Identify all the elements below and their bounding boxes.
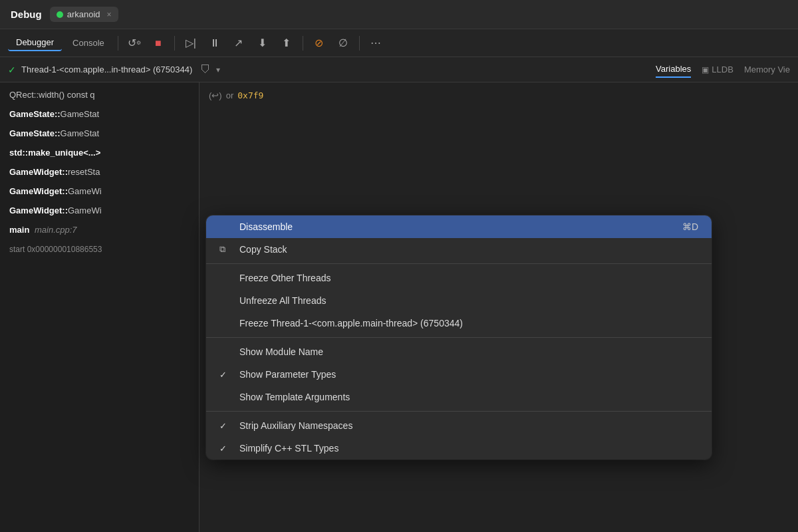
menu-item-freeze-others[interactable]: Freeze Other Threads — [206, 267, 712, 289]
tab-debugger[interactable]: Debugger — [8, 35, 62, 51]
stop-button[interactable]: ■ — [148, 33, 169, 54]
menu-shortcut-disassemble: ⌘D — [682, 221, 698, 232]
menu-item-show-params[interactable]: ✓ Show Parameter Types — [206, 363, 712, 386]
menu-check-params: ✓ — [219, 370, 231, 380]
menu-label-simplify-stl: Simplify C++ STL Types — [239, 443, 338, 454]
thread-check-icon: ✓ — [8, 65, 16, 75]
thread-filter-icon[interactable]: ⛉ — [200, 64, 211, 76]
toolbar-separator-2 — [174, 36, 175, 51]
more-button[interactable]: ⋯ — [365, 33, 386, 54]
toolbar: Debugger Console ↺⚙ ■ ▷| ⏸ ↗ ⬇ ⬆ ⊘ ∅ ⋯ — [0, 29, 798, 57]
tab-memory-view[interactable]: Memory Vie — [744, 65, 790, 74]
step-over-instruction[interactable]: ⬆ — [276, 33, 297, 54]
menu-item-strip-aux[interactable]: ✓ Strip Auxiliary Namespaces — [206, 414, 712, 437]
menu-item-unfreeze-all[interactable]: Unfreeze All Threads — [206, 289, 712, 312]
menu-label-freeze-thread: Freeze Thread-1-<com.apple.main-thread> … — [239, 318, 463, 329]
menu-check-simplify-stl: ✓ — [219, 444, 231, 454]
lldb-label: LLDB — [712, 65, 733, 74]
menu-label-show-params: Show Parameter Types — [239, 369, 336, 380]
menu-label-show-module: Show Module Name — [239, 346, 323, 357]
thread-name-label: Thread-1-<com.apple...in-thread> (675034… — [21, 65, 192, 74]
tab-close-button[interactable]: × — [107, 10, 112, 19]
debug-label: Debug — [11, 9, 42, 20]
reload-button[interactable]: ↺⚙ — [124, 33, 145, 54]
menu-divider-1 — [206, 263, 712, 264]
pause-button[interactable]: ⏸ — [204, 33, 225, 54]
context-menu: Disassemble ⌘D ⧉ Copy Stack Freeze Other… — [206, 215, 712, 460]
step-out-button[interactable]: ⬇ — [252, 33, 273, 54]
main-area: QRect::width() const q GameState::GameSt… — [0, 82, 798, 532]
clear-button[interactable]: ∅ — [332, 33, 354, 54]
menu-divider-2 — [206, 337, 712, 338]
menu-label-show-template: Show Template Arguments — [239, 392, 350, 402]
menu-label-disassemble: Disassemble — [239, 221, 293, 232]
menu-label-copy-stack: Copy Stack — [239, 244, 287, 255]
lldb-icon: ▣ — [702, 65, 709, 74]
menu-label-strip-aux: Strip Auxiliary Namespaces — [239, 420, 352, 431]
menu-item-copy-stack[interactable]: ⧉ Copy Stack — [206, 238, 712, 261]
toolbar-separator-4 — [359, 36, 360, 51]
tab-console[interactable]: Console — [65, 35, 112, 51]
menu-item-show-module[interactable]: Show Module Name — [206, 340, 712, 363]
menu-check-strip-aux: ✓ — [219, 421, 231, 431]
menu-item-freeze-thread[interactable]: Freeze Thread-1-<com.apple.main-thread> … — [206, 312, 712, 334]
breakpoint-button[interactable]: ⊘ — [309, 33, 330, 54]
tab-lldb[interactable]: ▣ LLDB — [702, 65, 733, 74]
thread-bar: ✓ Thread-1-<com.apple...in-thread> (6750… — [0, 57, 798, 82]
menu-label-freeze-others: Freeze Other Threads — [239, 273, 331, 283]
tab-name: arkanoid — [67, 9, 100, 19]
step-over-button[interactable]: ▷| — [180, 33, 201, 54]
thread-chevron-icon[interactable]: ▾ — [216, 65, 220, 74]
panel-tabs: Variables ▣ LLDB Memory Vie — [656, 61, 790, 78]
tab-dot — [57, 11, 63, 18]
menu-item-show-template[interactable]: Show Template Arguments — [206, 386, 712, 408]
copy-stack-icon: ⧉ — [219, 244, 231, 255]
step-into-button[interactable]: ↗ — [228, 33, 249, 54]
menu-item-simplify-stl[interactable]: ✓ Simplify C++ STL Types — [206, 437, 712, 460]
menu-label-unfreeze-all: Unfreeze All Threads — [239, 295, 326, 306]
arkanoid-tab[interactable]: arkanoid × — [50, 7, 118, 22]
context-menu-overlay[interactable]: Disassemble ⌘D ⧉ Copy Stack Freeze Other… — [0, 82, 798, 532]
tab-variables[interactable]: Variables — [656, 61, 691, 78]
menu-divider-3 — [206, 411, 712, 412]
toolbar-separator-3 — [303, 36, 303, 51]
toolbar-separator-1 — [118, 36, 118, 51]
menu-item-disassemble[interactable]: Disassemble ⌘D — [206, 215, 712, 238]
title-bar: Debug arkanoid × — [0, 0, 798, 29]
